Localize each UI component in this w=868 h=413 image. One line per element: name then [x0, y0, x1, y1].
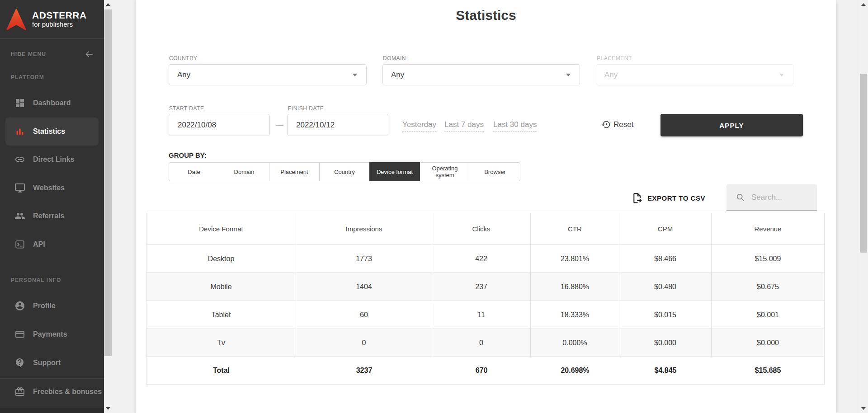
- group-by-tab-device-format[interactable]: Device format: [369, 162, 420, 181]
- api-icon: [14, 239, 25, 250]
- sidebar-divider: [0, 378, 104, 379]
- payments-icon: [14, 329, 25, 340]
- search-box[interactable]: [726, 184, 817, 211]
- table-cell: 20.698%: [531, 357, 619, 384]
- reset-button[interactable]: Reset: [601, 120, 633, 129]
- group-by-tab-date[interactable]: Date: [169, 162, 219, 181]
- sidebar-item-label: Dashboard: [33, 99, 71, 107]
- logo[interactable]: ADSTERRA for publishers: [0, 0, 104, 39]
- table-total-row: Total323767020.698%$4.845$15.685: [146, 357, 824, 384]
- table-cell: 1773: [296, 245, 432, 272]
- table-row: Tablet601118.333%$0.015$0.001: [146, 300, 824, 329]
- domain-select[interactable]: Any: [382, 64, 580, 85]
- sidebar-bottom-strip: [0, 408, 104, 413]
- page-scrollbar[interactable]: [859, 0, 868, 413]
- domain-select-value: Any: [391, 70, 404, 80]
- sidebar-item-direct-links[interactable]: Direct Links: [0, 145, 104, 174]
- group-by-tab-domain[interactable]: Domain: [219, 162, 269, 181]
- sidebar-item-label: Freebies & bonuses: [33, 388, 102, 396]
- group-by-tab-browser[interactable]: Browser: [470, 162, 520, 181]
- group-by-tab-placement[interactable]: Placement: [269, 162, 320, 181]
- sidebar-item-payments[interactable]: Payments: [0, 320, 104, 348]
- sidebar-scrollbar-thumb[interactable]: [104, 9, 112, 356]
- sidebar-item-label: Payments: [33, 330, 67, 338]
- table-cell: $0.000: [619, 329, 712, 357]
- table-cell: Total: [146, 357, 296, 384]
- group-by-tab-operating-system[interactable]: Operating system: [420, 162, 470, 181]
- statistics-table: Device FormatImpressionsClicksCTRCPMReve…: [146, 213, 825, 385]
- scroll-down-icon[interactable]: [861, 407, 866, 410]
- table-cell: 23.801%: [531, 245, 619, 272]
- scroll-down-icon[interactable]: [106, 407, 110, 410]
- table-cell: $15.009: [712, 245, 824, 272]
- table-cell: $4.845: [619, 357, 712, 384]
- search-icon: [736, 192, 745, 202]
- finish-date-field[interactable]: 2022/10/12: [287, 114, 388, 136]
- logo-text: ADSTERRA for publishers: [32, 10, 87, 28]
- page-title: Statistics: [136, 8, 836, 23]
- date-range-separator: —: [272, 114, 287, 136]
- table-cell: $0.000: [712, 329, 824, 357]
- support-icon: [14, 357, 25, 368]
- country-label: COUNTRY: [169, 55, 198, 61]
- sidebar-item-dashboard[interactable]: Dashboard: [0, 89, 104, 117]
- table-row: Tv000.000%$0.000$0.000: [146, 329, 824, 357]
- table-cell: $0.480: [619, 273, 712, 300]
- group-by-tab-country[interactable]: Country: [319, 162, 370, 181]
- sidebar-item-label: Direct Links: [33, 155, 75, 164]
- export-to-csv-button[interactable]: EXPORT TO CSV: [631, 191, 705, 205]
- column-header: Impressions: [296, 213, 432, 244]
- table-row: Mobile140423716.880%$0.480$0.675: [146, 272, 824, 300]
- sidebar-item-support[interactable]: Support: [0, 349, 104, 377]
- quick-range-last-30-days[interactable]: Last 30 days: [493, 120, 537, 131]
- quick-range-last-7-days[interactable]: Last 7 days: [444, 120, 484, 131]
- sidebar-item-label: Support: [33, 359, 61, 367]
- sidebar-item-label: API: [33, 240, 45, 249]
- scroll-up-icon[interactable]: [106, 3, 110, 6]
- direct-links-icon: [14, 154, 25, 165]
- group-by-tabs: DateDomainPlacementCountryDevice formatO…: [169, 162, 520, 181]
- logo-title: ADSTERRA: [32, 10, 87, 20]
- sidebar-item-api[interactable]: API: [0, 230, 104, 258]
- quick-range-yesterday[interactable]: Yesterday: [402, 120, 436, 131]
- app-root: ADSTERRA for publishers HIDE MENU PLATFO…: [0, 0, 868, 413]
- referrals-icon: [14, 211, 25, 221]
- table-cell: 237: [432, 273, 531, 300]
- country-select-value: Any: [177, 70, 190, 80]
- start-date-label: START DATE: [169, 105, 204, 112]
- sidebar-item-label: Referrals: [33, 212, 64, 220]
- placement-select-value: Any: [604, 70, 618, 80]
- export-file-icon: [631, 192, 643, 204]
- sidebar-scrollbar[interactable]: [104, 0, 112, 413]
- table-cell: $0.675: [712, 273, 824, 300]
- sidebar-item-freebies-bonuses[interactable]: Freebies & bonuses: [0, 378, 104, 406]
- section-label-personal-info: PERSONAL INFO: [11, 277, 61, 283]
- hide-menu-button[interactable]: HIDE MENU: [11, 49, 94, 60]
- reset-history-icon: [601, 120, 611, 129]
- table-cell: 0: [432, 329, 531, 357]
- table-cell: 60: [296, 301, 432, 329]
- hide-menu-label: HIDE MENU: [11, 51, 46, 57]
- sidebar-item-profile[interactable]: Profile: [0, 292, 104, 320]
- statistics-icon: [14, 126, 25, 137]
- websites-icon: [14, 183, 25, 193]
- scroll-up-icon[interactable]: [861, 3, 866, 6]
- country-select[interactable]: Any: [169, 64, 367, 85]
- start-date-field[interactable]: 2022/10/08: [169, 114, 270, 136]
- sidebar-item-statistics[interactable]: Statistics: [0, 117, 104, 145]
- table-cell: 0.000%: [531, 329, 619, 357]
- page-scrollbar-thumb[interactable]: [860, 74, 867, 253]
- finish-date-value: 2022/10/12: [296, 121, 335, 130]
- placement-label: PLACEMENT: [597, 55, 632, 61]
- logo-subtitle: for publishers: [32, 20, 87, 28]
- apply-button[interactable]: APPLY: [660, 114, 803, 136]
- sidebar-item-referrals[interactable]: Referrals: [0, 202, 104, 230]
- chevron-down-icon: [353, 74, 357, 76]
- finish-date-label: FINISH DATE: [288, 105, 324, 112]
- section-label-platform: PLATFORM: [11, 74, 44, 80]
- sidebar-item-label: Websites: [33, 184, 65, 192]
- search-input[interactable]: [751, 193, 815, 202]
- sidebar-item-websites[interactable]: Websites: [0, 174, 104, 202]
- chevron-down-icon: [779, 74, 784, 76]
- placement-select: Any: [596, 64, 793, 85]
